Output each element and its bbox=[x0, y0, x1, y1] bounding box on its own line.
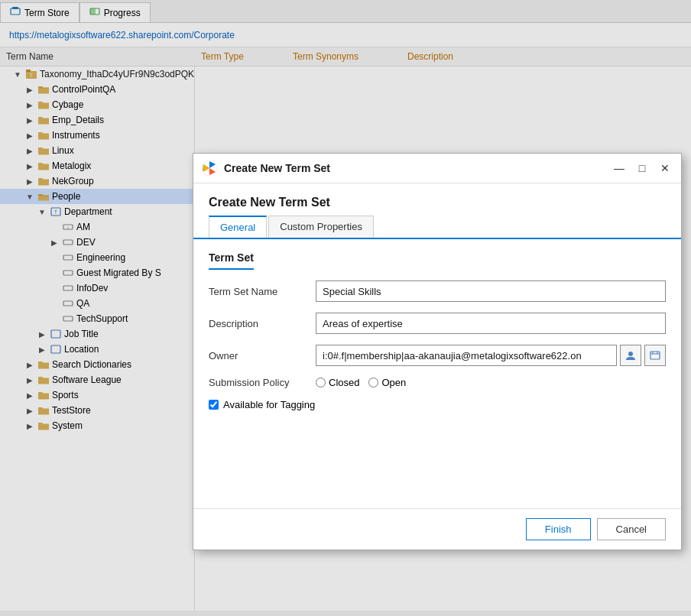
dialog-footer: Finish Cancel bbox=[193, 508, 681, 550]
submission-policy-row: Submission Policy Closed Open bbox=[209, 377, 666, 388]
description-row: Description bbox=[209, 313, 666, 334]
owner-browse-button[interactable] bbox=[644, 345, 666, 366]
dialog-tab-custom-properties[interactable]: Custom Properties bbox=[268, 216, 374, 238]
closed-option[interactable]: Closed bbox=[316, 377, 359, 388]
dialog-tabs: General Custom Properties bbox=[193, 216, 681, 239]
dialog-title: Create New Term Set bbox=[224, 162, 605, 174]
svg-point-20 bbox=[628, 352, 633, 356]
closed-radio[interactable] bbox=[316, 378, 326, 387]
dialog-tab-general[interactable]: General bbox=[209, 216, 267, 238]
dialog-titlebar: Create New Term Set — □ ✕ bbox=[193, 154, 681, 183]
owner-input-group bbox=[316, 345, 666, 366]
submission-policy-options: Closed Open bbox=[316, 377, 406, 388]
description-label: Description bbox=[209, 318, 316, 329]
submission-policy-label: Submission Policy bbox=[209, 377, 316, 388]
dialog-minimize-button[interactable]: — bbox=[611, 160, 628, 177]
svg-rect-21 bbox=[650, 352, 660, 359]
create-termset-dialog: Create New Term Set — □ ✕ Create New Ter… bbox=[193, 153, 682, 550]
term-set-name-row: Term Set Name bbox=[209, 280, 666, 302]
section-title: Term Set bbox=[209, 251, 254, 270]
cancel-button[interactable]: Cancel bbox=[597, 518, 666, 540]
open-option[interactable]: Open bbox=[368, 377, 406, 388]
dialog-close-button[interactable]: ✕ bbox=[657, 160, 673, 177]
available-tagging-checkbox[interactable] bbox=[209, 400, 219, 410]
owner-browse-people-button[interactable] bbox=[620, 345, 641, 366]
owner-input[interactable] bbox=[316, 345, 617, 366]
open-radio[interactable] bbox=[368, 378, 378, 387]
finish-button[interactable]: Finish bbox=[526, 518, 591, 540]
browse-people-icon bbox=[624, 349, 637, 361]
term-set-name-input[interactable] bbox=[316, 280, 666, 302]
dialog-maximize-button[interactable]: □ bbox=[634, 160, 650, 177]
available-tagging-label: Available for Tagging bbox=[223, 399, 315, 410]
dialog-overlay: Create New Term Set — □ ✕ Create New Ter… bbox=[0, 0, 691, 616]
owner-label: Owner bbox=[209, 350, 316, 361]
term-set-name-label: Term Set Name bbox=[209, 286, 316, 297]
closed-label: Closed bbox=[329, 377, 359, 388]
browse-icon bbox=[649, 349, 661, 361]
dialog-logo bbox=[201, 160, 218, 177]
open-label: Open bbox=[381, 377, 406, 388]
owner-row: Owner bbox=[209, 345, 666, 366]
dialog-heading: Create New Term Set bbox=[193, 183, 681, 216]
description-input[interactable] bbox=[316, 313, 666, 334]
dialog-body: Term Set Term Set Name Description Owner bbox=[193, 239, 681, 508]
available-tagging-row: Available for Tagging bbox=[209, 399, 666, 410]
